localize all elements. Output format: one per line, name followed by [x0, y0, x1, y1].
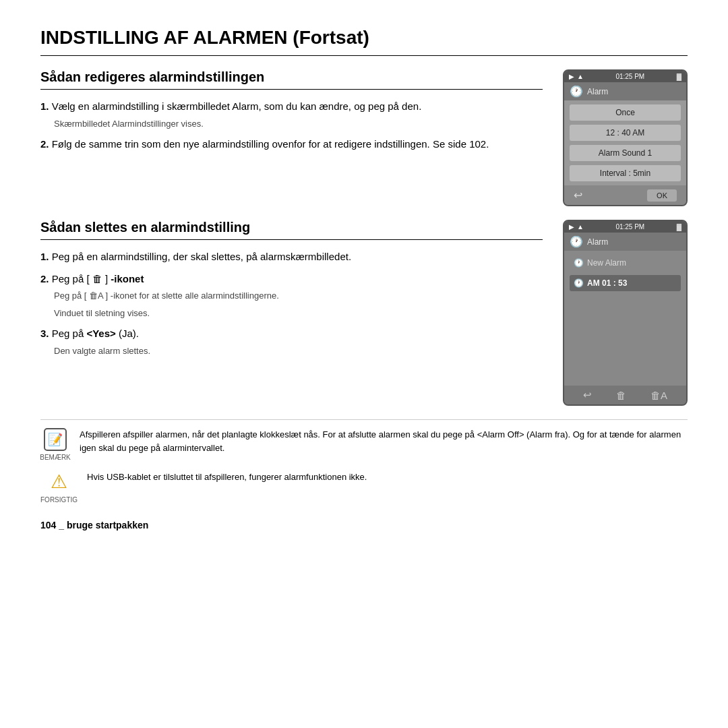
play-icon-2: ▶: [569, 223, 574, 231]
phone-2-row-1-label: AM 01 : 53: [587, 278, 627, 288]
section-1-steps: 1. Vælg en alarmindstilling i skærmbille…: [40, 99, 543, 152]
step-1-2-num: 2.: [40, 138, 49, 150]
phone-2-row-0-label: New Alarm: [587, 258, 626, 268]
step-2-2-suffix: ]: [102, 273, 111, 284]
section-2-divider: [40, 239, 543, 240]
section-1-divider: [40, 89, 543, 90]
step-2-3-sub: Den valgte alarm slettes.: [54, 344, 543, 358]
step-2-3-suffix: (Ja).: [116, 328, 139, 339]
signal-icon-2: ▲: [577, 223, 584, 231]
phone-2-header: 🕐 Alarm: [564, 233, 686, 251]
phone-1-body: Once 12 : 40 AM Alarm Sound 1 Interval :…: [564, 100, 686, 185]
step-2-1-num: 1.: [40, 251, 49, 262]
step-2-2-sub2: Vinduet til sletning vises.: [54, 307, 543, 320]
phone-1-header: 🕐 Alarm: [564, 82, 686, 100]
phone-2-body: 🕐 New Alarm 🕐 AM 01 : 53: [564, 251, 686, 386]
step-2-2-icon: 🗑: [92, 273, 102, 284]
phone-2-left-icons: ▶ ▲: [569, 223, 584, 231]
battery-icon: ▓: [677, 73, 681, 80]
note-label-1: FORSIGTIG: [40, 495, 78, 505]
step-1-1: 1. Vælg en alarmindstilling i skærmbille…: [40, 99, 543, 130]
step-1-2-text: Følg de samme trin som den nye alarminds…: [52, 138, 489, 150]
step-2-1-text: Peg på en alarmindstilling, der skal sle…: [52, 251, 351, 262]
section-2-title: Sådan slettes en alarmindstilling: [40, 220, 543, 235]
note-row-1: ⚠ FORSIGTIG Hvis USB-kablet er tilslutte…: [40, 471, 688, 505]
phone-1-left-icons: ▶ ▲: [569, 73, 584, 80]
note-text-0: Afspilleren afspiller alarmen, når det p…: [80, 428, 688, 454]
page-number: 104 _ bruge startpakken: [40, 520, 688, 530]
section-1-title: Sådan redigeres alarmindstillingen: [40, 69, 543, 85]
phone-1-ok-btn: OK: [647, 189, 677, 202]
phone-2-status-bar: ▶ ▲ 01:25 PM ▓: [564, 221, 686, 233]
step-2-2-prefix: Peg på [: [52, 273, 92, 284]
phone-2-screen: ▶ ▲ 01:25 PM ▓ 🕐 Alarm 🕐 New Alarm: [563, 220, 688, 406]
section-1: Sådan redigeres alarmindstillingen 1. Væ…: [40, 69, 688, 206]
phone-2-row-0: 🕐 New Alarm: [570, 255, 681, 271]
phone-2-header-label: Alarm: [587, 237, 608, 247]
section-2: Sådan slettes en alarmindstilling 1. Peg…: [40, 220, 688, 406]
main-title: INDSTILLING AF ALARMEN (Fortsat): [40, 27, 688, 49]
alarm-icon-0: 🕐: [574, 258, 584, 268]
section-2-content: Sådan slettes en alarmindstilling 1. Peg…: [40, 220, 543, 364]
step-1-2: 2. Følg de samme trin som den nye alarmi…: [40, 137, 543, 152]
step-2-2-bold: -ikonet: [111, 273, 144, 284]
phone-1-footer: ↩ OK: [564, 185, 686, 205]
note-label-0: BEMÆRK: [40, 452, 71, 462]
phone-2-row-1: 🕐 AM 01 : 53: [570, 275, 681, 291]
step-2-3-bold: <Yes>: [86, 328, 115, 339]
step-1-1-text: Vælg en alarmindstilling i skærmbilledet…: [52, 100, 422, 112]
alarm-icon-1: 🕐: [574, 278, 584, 288]
clock-icon-2: 🕐: [570, 235, 583, 248]
page-suffix: _ bruge startpakken: [56, 520, 148, 530]
phone-1-status-bar: ▶ ▲ 01:25 PM ▓: [564, 71, 686, 82]
note-shape-0: 📝: [44, 428, 67, 451]
note-icon-1: ⚠ FORSIGTIG: [40, 471, 78, 505]
phone-1-back-arrow: ↩: [574, 189, 582, 202]
phone-1-row-3: Interval : 5min: [570, 165, 681, 181]
step-2-1: 1. Peg på en alarmindstilling, der skal …: [40, 249, 543, 265]
warn-shape-1: ⚠: [47, 471, 71, 493]
step-2-3: 3. Peg på <Yes> (Ja). Den valgte alarm s…: [40, 326, 543, 357]
clock-icon: 🕐: [570, 85, 583, 98]
play-icon: ▶: [569, 73, 574, 80]
section-2-steps: 1. Peg på en alarmindstilling, der skal …: [40, 249, 543, 357]
bottom-notes: 📝 BEMÆRK Afspilleren afspiller alarmen, …: [40, 419, 688, 530]
step-2-2-num: 2.: [40, 273, 49, 284]
phone-1-screen: ▶ ▲ 01:25 PM ▓ 🕐 Alarm Once 12 : 40 AM A…: [563, 69, 688, 206]
phone-1-row-1: 12 : 40 AM: [570, 125, 681, 141]
page-container: INDSTILLING AF ALARMEN (Fortsat) Sådan r…: [0, 0, 728, 551]
trash-icon-all: 🗑A: [650, 390, 667, 401]
phone-1-time: 01:25 PM: [615, 73, 644, 80]
step-2-3-prefix: Peg på: [52, 328, 87, 339]
phone-1-mockup: ▶ ▲ 01:25 PM ▓ 🕐 Alarm Once 12 : 40 AM A…: [563, 69, 688, 206]
note-row-0: 📝 BEMÆRK Afspilleren afspiller alarmen, …: [40, 428, 688, 462]
page-num-value: 104: [40, 520, 56, 530]
phone-2-footer: ↩ 🗑 🗑A: [564, 386, 686, 404]
step-1-1-sub: Skærmbilledet Alarmindstillinger vises.: [54, 117, 543, 131]
phone-1-header-label: Alarm: [587, 87, 608, 96]
back-arrow-2: ↩: [583, 389, 592, 401]
phone-2-time: 01:25 PM: [615, 223, 644, 231]
main-title-divider: [40, 55, 688, 56]
phone-1-row-2: Alarm Sound 1: [570, 145, 681, 161]
phone-2-mockup: ▶ ▲ 01:25 PM ▓ 🕐 Alarm 🕐 New Alarm: [563, 220, 688, 406]
step-1-1-num: 1.: [40, 100, 49, 112]
battery-icon-2: ▓: [677, 223, 681, 231]
signal-icon: ▲: [577, 73, 584, 80]
note-icon-0: 📝 BEMÆRK: [40, 428, 70, 462]
trash-icon-single: 🗑: [616, 390, 626, 401]
note-text-1: Hvis USB-kablet er tilsluttet til afspil…: [87, 471, 367, 484]
phone-1-row-0: Once: [570, 104, 681, 121]
step-2-3-num: 3.: [40, 328, 49, 339]
section-1-content: Sådan redigeres alarmindstillingen 1. Væ…: [40, 69, 543, 159]
step-2-2-sub1: Peg på [ 🗑A ] -ikonet for at slette alle…: [54, 289, 543, 303]
step-2-2: 2. Peg på [ 🗑 ] -ikonet Peg på [ 🗑A ] -i…: [40, 272, 543, 320]
